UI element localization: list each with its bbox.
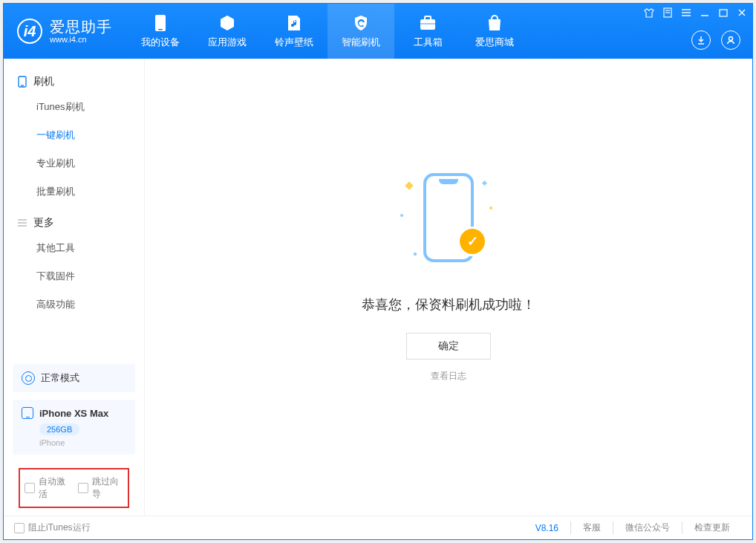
sidebar-item-oneclick-flash[interactable]: 一键刷机 bbox=[4, 121, 144, 149]
status-right: V8.16 客服 微信公众号 检查更新 bbox=[535, 521, 742, 534]
mode-label: 正常模式 bbox=[41, 371, 79, 385]
highlighted-options: 自动激活 跳过向导 bbox=[19, 468, 129, 508]
toolbox-icon bbox=[419, 14, 437, 32]
nav-label: 应用游戏 bbox=[208, 36, 247, 49]
list-icon bbox=[17, 218, 27, 228]
phone-icon bbox=[22, 407, 33, 419]
header-actions bbox=[691, 30, 740, 50]
svg-rect-4 bbox=[420, 23, 435, 25]
app-window: i4 爱思助手 www.i4.cn 我的设备 应用游戏 铃声壁纸 智能刷机 bbox=[3, 3, 753, 540]
brand-logo-icon: i4 bbox=[17, 19, 42, 44]
menu-icon[interactable] bbox=[680, 7, 692, 19]
support-link[interactable]: 客服 bbox=[570, 521, 613, 534]
shirt-icon[interactable] bbox=[643, 7, 655, 19]
window-controls bbox=[643, 7, 748, 19]
nav-label: 爱思商城 bbox=[475, 36, 514, 49]
device-card[interactable]: iPhone XS Max 256GB iPhone bbox=[13, 400, 135, 455]
sidebar-item-batch-flash[interactable]: 批量刷机 bbox=[4, 178, 144, 206]
nav-ringtones[interactable]: 铃声壁纸 bbox=[261, 4, 328, 59]
sidebar-item-pro-flash[interactable]: 专业刷机 bbox=[4, 149, 144, 178]
main-content: ✓ 恭喜您，保资料刷机成功啦！ 确定 查看日志 bbox=[145, 59, 752, 516]
sidebar-bottom: 正常模式 iPhone XS Max 256GB iPhone 自动激活 bbox=[4, 357, 144, 516]
wechat-link[interactable]: 微信公众号 bbox=[613, 521, 682, 534]
phone-outline-icon bbox=[17, 77, 27, 87]
svg-rect-1 bbox=[158, 29, 163, 30]
sidebar-scroll: 刷机 iTunes刷机 一键刷机 专业刷机 批量刷机 更多 其他工具 下载固件 … bbox=[4, 59, 144, 357]
success-illustration: ✓ bbox=[393, 162, 504, 273]
skip-guide-checkbox[interactable]: 跳过向导 bbox=[78, 475, 124, 501]
sidebar-item-advanced[interactable]: 高级功能 bbox=[4, 290, 144, 319]
mode-card[interactable]: 正常模式 bbox=[13, 364, 135, 392]
nav-label: 铃声壁纸 bbox=[275, 36, 313, 49]
sidebar-item-download-firmware[interactable]: 下载固件 bbox=[4, 262, 144, 290]
checkbox-icon bbox=[25, 483, 35, 493]
brand-url: www.i4.cn bbox=[50, 35, 112, 44]
minimize-icon[interactable] bbox=[699, 7, 711, 19]
nav-label: 工具箱 bbox=[414, 36, 443, 49]
device-name: iPhone XS Max bbox=[39, 408, 108, 419]
group-title: 刷机 bbox=[33, 75, 54, 88]
titlebar: i4 爱思助手 www.i4.cn 我的设备 应用游戏 铃声壁纸 智能刷机 bbox=[4, 4, 752, 59]
nav-store[interactable]: 爱思商城 bbox=[461, 4, 528, 59]
brand: i4 爱思助手 www.i4.cn bbox=[4, 4, 127, 59]
check-update-link[interactable]: 检查更新 bbox=[682, 521, 742, 534]
version-label: V8.16 bbox=[535, 523, 570, 533]
group-title: 更多 bbox=[33, 216, 54, 230]
user-button[interactable] bbox=[721, 30, 740, 50]
body: 刷机 iTunes刷机 一键刷机 专业刷机 批量刷机 更多 其他工具 下载固件 … bbox=[4, 59, 752, 516]
statusbar: 阻止iTunes运行 V8.16 客服 微信公众号 检查更新 bbox=[4, 516, 752, 539]
check-badge-icon: ✓ bbox=[460, 229, 485, 254]
ok-button[interactable]: 确定 bbox=[406, 333, 491, 360]
success-title: 恭喜您，保资料刷机成功啦！ bbox=[362, 296, 535, 313]
svg-point-17 bbox=[729, 37, 733, 41]
device-icon bbox=[151, 14, 169, 32]
nav-my-device[interactable]: 我的设备 bbox=[127, 4, 194, 59]
nav-label: 智能刷机 bbox=[342, 36, 380, 49]
nav-flash[interactable]: 智能刷机 bbox=[328, 4, 394, 59]
bag-icon bbox=[486, 14, 504, 32]
download-button[interactable] bbox=[691, 30, 711, 50]
nav-apps[interactable]: 应用游戏 bbox=[194, 4, 261, 59]
maximize-icon[interactable] bbox=[717, 7, 729, 19]
sidebar: 刷机 iTunes刷机 一键刷机 专业刷机 批量刷机 更多 其他工具 下载固件 … bbox=[4, 59, 145, 516]
auto-activate-checkbox[interactable]: 自动激活 bbox=[25, 475, 71, 501]
checkbox-icon bbox=[78, 483, 88, 493]
brand-text: 爱思助手 www.i4.cn bbox=[50, 19, 112, 44]
svg-rect-0 bbox=[155, 15, 166, 31]
checkbox-label: 跳过向导 bbox=[92, 475, 124, 501]
sidebar-group-flash: 刷机 bbox=[4, 65, 144, 93]
nav-toolbox[interactable]: 工具箱 bbox=[394, 4, 461, 59]
status-left: 阻止iTunes运行 bbox=[14, 521, 535, 534]
cube-icon bbox=[218, 14, 236, 32]
note-icon[interactable] bbox=[662, 7, 674, 19]
top-nav: 我的设备 应用游戏 铃声壁纸 智能刷机 工具箱 爱思商城 bbox=[127, 4, 528, 59]
svg-rect-12 bbox=[720, 10, 727, 16]
block-itunes-checkbox[interactable]: 阻止iTunes运行 bbox=[14, 521, 91, 534]
checkbox-label: 自动激活 bbox=[39, 475, 71, 501]
nav-label: 我的设备 bbox=[141, 36, 180, 49]
storage-badge: 256GB bbox=[39, 423, 79, 435]
success-hero: ✓ 恭喜您，保资料刷机成功啦！ 确定 查看日志 bbox=[362, 162, 535, 383]
close-icon[interactable] bbox=[736, 7, 748, 19]
sidebar-group-more: 更多 bbox=[4, 206, 144, 234]
device-type: iPhone bbox=[39, 438, 126, 447]
device-row: iPhone XS Max bbox=[22, 407, 126, 419]
svg-rect-3 bbox=[425, 16, 431, 20]
view-log-link[interactable]: 查看日志 bbox=[431, 370, 466, 383]
sidebar-item-other-tools[interactable]: 其他工具 bbox=[4, 234, 144, 262]
sidebar-item-itunes-flash[interactable]: iTunes刷机 bbox=[4, 93, 144, 121]
checkbox-icon bbox=[14, 523, 25, 533]
music-file-icon bbox=[285, 14, 303, 32]
brand-name: 爱思助手 bbox=[50, 19, 112, 35]
refresh-shield-icon bbox=[352, 14, 370, 32]
mode-indicator-icon bbox=[22, 371, 35, 385]
checkbox-label: 阻止iTunes运行 bbox=[28, 521, 91, 534]
